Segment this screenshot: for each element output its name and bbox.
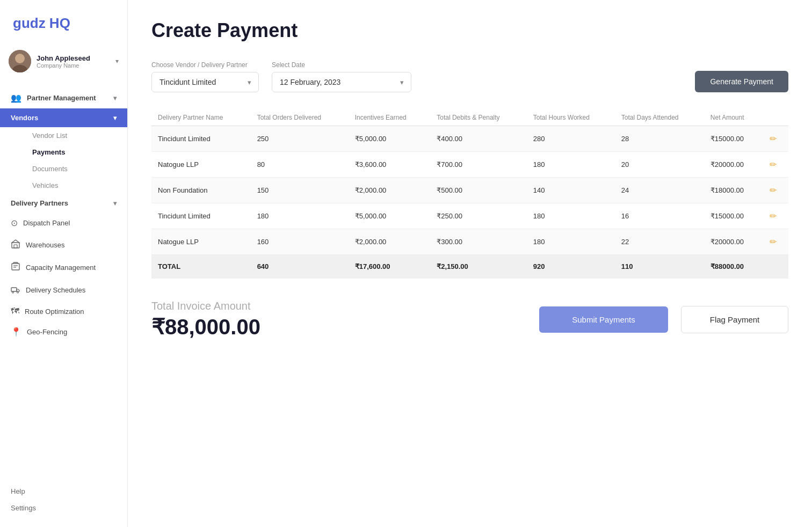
col-header-orders: Total Orders Delivered [251, 109, 349, 126]
cell-name: Natogue LLP [151, 229, 251, 255]
vendors-arrow-icon: ▾ [113, 114, 117, 122]
cell-days: 20 [615, 152, 704, 178]
sidebar-item-delivery-schedules[interactable]: Delivery Schedules [0, 279, 127, 301]
page-title: Create Payment [151, 19, 788, 42]
vendors-sub-nav: Vendor List Payments Documents Vehicles [0, 127, 127, 194]
cell-edit[interactable]: ✏ [763, 152, 788, 178]
user-name: John Appleseed [37, 54, 110, 62]
main-content: Create Payment Choose Vendor / Delivery … [128, 0, 812, 527]
cell-orders: 150 [251, 178, 349, 203]
cell-edit[interactable]: ✏ [763, 126, 788, 152]
svg-rect-4 [14, 245, 17, 248]
svg-point-9 [12, 291, 14, 293]
cell-days: 28 [615, 126, 704, 152]
capacity-icon [11, 261, 20, 273]
sidebar-item-settings[interactable]: Settings [0, 500, 127, 516]
cell-edit[interactable]: ✏ [763, 229, 788, 255]
sidebar: gudz HQ John Appleseed Company Name ▾ 👥 … [0, 0, 128, 527]
cell-incentives: ₹5,000.00 [349, 126, 430, 152]
vendor-form-group: Choose Vendor / Delivery Partner Tincidu… [151, 61, 259, 92]
svg-point-1 [15, 54, 25, 63]
cell-incentives: ₹5,000.00 [349, 203, 430, 229]
col-header-incentives: Incentives Earned [349, 109, 430, 126]
sidebar-item-vendors[interactable]: Vendors ▾ [0, 108, 127, 127]
user-profile[interactable]: John Appleseed Company Name ▾ [0, 45, 127, 83]
people-icon: 👥 [11, 93, 21, 103]
table-header-row: Delivery Partner Name Total Orders Deliv… [151, 109, 788, 126]
total-days: 110 [615, 255, 704, 279]
cell-name: Tincidunt Limited [151, 203, 251, 229]
geo-icon: 📍 [11, 327, 21, 337]
payment-table: Delivery Partner Name Total Orders Deliv… [151, 109, 788, 279]
date-select[interactable]: 12 February, 2023 [272, 72, 411, 92]
cell-net: ₹18000.00 [704, 178, 763, 203]
sidebar-item-route-optimization[interactable]: 🗺 Route Optimization [0, 301, 127, 321]
cell-edit[interactable]: ✏ [763, 203, 788, 229]
total-label: TOTAL [151, 255, 251, 279]
table-head: Delivery Partner Name Total Orders Deliv… [151, 109, 788, 126]
edit-icon[interactable]: ✏ [770, 160, 777, 169]
cell-debits: ₹500.00 [430, 178, 527, 203]
dispatch-icon: ⊙ [11, 218, 18, 228]
invoice-label: Total Invoice Amount [151, 300, 526, 312]
logo-text: gudz HQ [13, 15, 70, 31]
invoice-footer: Total Invoice Amount ₹88,000.00 Submit P… [151, 300, 788, 339]
sidebar-item-geo-fencing[interactable]: 📍 Geo-Fencing [0, 321, 127, 342]
user-chevron-icon: ▾ [115, 57, 119, 65]
date-form-group: Select Date 12 February, 2023 [272, 61, 411, 92]
edit-icon[interactable]: ✏ [770, 237, 777, 246]
warehouse-icon [11, 239, 20, 251]
total-orders: 640 [251, 255, 349, 279]
sidebar-item-delivery-partners[interactable]: Delivery Partners ▾ [0, 194, 127, 213]
vendors-label: Vendors [11, 114, 38, 122]
vendor-select[interactable]: Tincidunt Limited [151, 72, 259, 92]
sidebar-item-warehouses[interactable]: Warehouses [0, 233, 127, 256]
cell-net: ₹20000.00 [704, 152, 763, 178]
route-icon: 🗺 [11, 306, 19, 316]
vendor-select-wrapper[interactable]: Tincidunt Limited [151, 72, 259, 92]
date-select-wrapper[interactable]: 12 February, 2023 [272, 72, 411, 92]
cell-name: Natogue LLP [151, 152, 251, 178]
form-row: Choose Vendor / Delivery Partner Tincidu… [151, 61, 788, 92]
cell-hours: 180 [527, 152, 615, 178]
sidebar-item-capacity-management[interactable]: Capacity Management [0, 256, 127, 279]
table-total-row: TOTAL 640 ₹17,600.00 ₹2,150.00 920 110 ₹… [151, 255, 788, 279]
nav-section: 👥 Partner Management ▾ Vendors ▾ Vendor … [0, 87, 127, 342]
sidebar-item-documents[interactable]: Documents [24, 160, 127, 177]
invoice-total-section: Total Invoice Amount ₹88,000.00 [151, 300, 526, 339]
edit-icon[interactable]: ✏ [770, 134, 777, 143]
svg-rect-5 [12, 264, 19, 270]
vendor-label: Choose Vendor / Delivery Partner [151, 61, 259, 69]
cell-net: ₹20000.00 [704, 229, 763, 255]
cell-incentives: ₹2,000.00 [349, 178, 430, 203]
edit-icon[interactable]: ✏ [770, 186, 777, 195]
sidebar-item-vendor-list[interactable]: Vendor List [24, 127, 127, 144]
flag-payment-button[interactable]: Flag Payment [681, 306, 788, 333]
nav-bottom: Help Settings [0, 472, 127, 516]
table-row: Natogue LLP 80 ₹3,600.00 ₹700.00 180 20 … [151, 152, 788, 178]
cell-orders: 80 [251, 152, 349, 178]
logo: gudz HQ [0, 0, 127, 45]
cell-days: 16 [615, 203, 704, 229]
cell-net: ₹15000.00 [704, 126, 763, 152]
cell-edit[interactable]: ✏ [763, 178, 788, 203]
sidebar-item-payments[interactable]: Payments [24, 144, 127, 160]
edit-icon[interactable]: ✏ [770, 211, 777, 221]
sidebar-item-vehicles[interactable]: Vehicles [24, 177, 127, 194]
partner-management-label: Partner Management [27, 94, 96, 102]
cell-orders: 180 [251, 203, 349, 229]
submit-payments-button[interactable]: Submit Payments [539, 306, 668, 333]
delivery-schedules-icon [11, 284, 20, 296]
table-body: Tincidunt Limited 250 ₹5,000.00 ₹400.00 … [151, 126, 788, 279]
sidebar-item-dispatch-panel[interactable]: ⊙ Dispatch Panel [0, 213, 127, 233]
col-header-hours: Total Hours Worked [527, 109, 615, 126]
generate-payment-button[interactable]: Generate Payment [695, 71, 788, 92]
sidebar-item-partner-management[interactable]: 👥 Partner Management ▾ [0, 87, 127, 108]
delivery-partners-label: Delivery Partners [11, 199, 68, 207]
col-header-name: Delivery Partner Name [151, 109, 251, 126]
sidebar-item-help[interactable]: Help [0, 483, 127, 500]
cell-debits: ₹250.00 [430, 203, 527, 229]
table-row: Natogue LLP 160 ₹2,000.00 ₹300.00 180 22… [151, 229, 788, 255]
cell-orders: 250 [251, 126, 349, 152]
col-header-net: Net Amount [704, 109, 763, 126]
